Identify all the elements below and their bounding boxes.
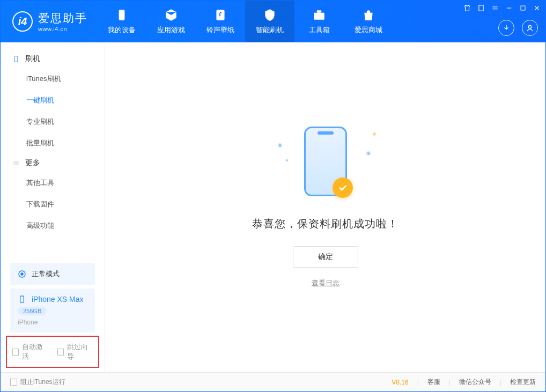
sidebar-item-itunes-flash[interactable]: iTunes刷机 bbox=[1, 68, 105, 90]
sparkle-icon bbox=[372, 132, 377, 136]
tab-my-device[interactable]: 我的设备 bbox=[97, 1, 146, 42]
group-label: 刷机 bbox=[25, 54, 40, 64]
header: i4 爱思助手 www.i4.cn 我的设备 应用游戏 铃声壁纸 智能刷机 bbox=[1, 1, 545, 42]
sidebar-item-oneclick-flash[interactable]: 一键刷机 bbox=[1, 90, 105, 111]
sidebar-bottom: 正常模式 iPhone XS Max 256GB iPhone 自动激活 bbox=[1, 260, 105, 372]
close-icon[interactable] bbox=[533, 4, 541, 12]
shield-icon bbox=[263, 8, 277, 22]
sparkle-icon bbox=[277, 143, 283, 148]
checkbox-icon bbox=[12, 349, 19, 356]
success-message: 恭喜您，保资料刷机成功啦！ bbox=[252, 217, 399, 231]
device-info-card[interactable]: iPhone XS Max 256GB iPhone bbox=[10, 289, 95, 332]
sidebar-item-advanced[interactable]: 高级功能 bbox=[1, 215, 105, 236]
checkbox-skip-guide[interactable]: 跳过向导 bbox=[57, 342, 93, 361]
nav-tabs: 我的设备 应用游戏 铃声壁纸 智能刷机 工具箱 爱思商城 bbox=[97, 1, 393, 42]
checkbox-label: 自动激活 bbox=[22, 342, 48, 361]
device-name: iPhone XS Max bbox=[32, 295, 84, 304]
sidebar-item-download-firmware[interactable]: 下载固件 bbox=[1, 194, 105, 215]
device-icon bbox=[12, 55, 20, 63]
checkbox-icon bbox=[10, 379, 17, 386]
menu-icon[interactable] bbox=[491, 4, 499, 12]
group-label: 更多 bbox=[25, 158, 40, 168]
checkbox-icon bbox=[57, 349, 64, 356]
divider: | bbox=[417, 379, 419, 386]
device-mode-card[interactable]: 正常模式 bbox=[10, 263, 95, 285]
svg-rect-3 bbox=[317, 10, 322, 12]
svg-point-9 bbox=[20, 272, 23, 275]
checkbox-block-itunes[interactable]: 阻止iTunes运行 bbox=[10, 378, 65, 387]
success-illustration bbox=[293, 127, 358, 202]
device-model: iPhone bbox=[18, 319, 38, 326]
svg-rect-7 bbox=[14, 56, 18, 62]
logo[interactable]: i4 爱思助手 www.i4.cn bbox=[1, 1, 97, 42]
user-icon[interactable] bbox=[522, 20, 538, 36]
tab-label: 铃声壁纸 bbox=[206, 25, 234, 35]
logo-text: 爱思助手 www.i4.cn bbox=[38, 11, 87, 32]
tab-label: 应用游戏 bbox=[157, 25, 185, 35]
footer: 阻止iTunes运行 V8.16 | 客服 | 微信公众号 | 检查更新 bbox=[1, 372, 545, 391]
phone-illustration-icon bbox=[304, 127, 347, 196]
wechat-link[interactable]: 微信公众号 bbox=[459, 378, 491, 387]
tab-label: 智能刷机 bbox=[256, 25, 284, 35]
shirt-icon[interactable] bbox=[463, 4, 471, 12]
list-icon bbox=[12, 159, 20, 167]
window-controls bbox=[463, 4, 541, 12]
customer-service-link[interactable]: 客服 bbox=[427, 378, 440, 387]
sparkle-icon bbox=[366, 151, 371, 156]
sparkle-icon bbox=[285, 159, 289, 162]
divider: | bbox=[500, 379, 501, 386]
check-badge-icon bbox=[333, 177, 353, 198]
tab-label: 我的设备 bbox=[108, 25, 136, 35]
brand-url: www.i4.cn bbox=[38, 26, 87, 32]
header-actions bbox=[498, 20, 538, 36]
music-icon bbox=[213, 8, 227, 22]
svg-rect-0 bbox=[119, 10, 125, 20]
cube-icon bbox=[164, 8, 178, 22]
svg-rect-10 bbox=[20, 296, 24, 302]
check-update-link[interactable]: 检查更新 bbox=[510, 378, 536, 387]
tab-store[interactable]: 爱思商城 bbox=[344, 1, 393, 42]
ok-button[interactable]: 确定 bbox=[293, 246, 358, 268]
status-icon bbox=[18, 270, 26, 278]
checkbox-label: 阻止iTunes运行 bbox=[20, 378, 65, 387]
phone-icon bbox=[115, 8, 129, 22]
toolbox-icon bbox=[312, 8, 326, 22]
sidebar-scroll: 刷机 iTunes刷机 一键刷机 专业刷机 批量刷机 更多 其他工具 下载固件 … bbox=[1, 42, 105, 260]
minimize-icon[interactable] bbox=[505, 4, 513, 12]
maximize-icon[interactable] bbox=[519, 4, 527, 12]
tab-label: 工具箱 bbox=[309, 25, 330, 35]
tab-toolbox[interactable]: 工具箱 bbox=[294, 1, 344, 42]
svg-point-6 bbox=[528, 25, 531, 28]
checkbox-auto-activate[interactable]: 自动激活 bbox=[12, 342, 48, 361]
version-label: V8.16 bbox=[392, 379, 408, 386]
sidebar-group-flash[interactable]: 刷机 bbox=[1, 50, 105, 68]
sidebar-item-batch-flash[interactable]: 批量刷机 bbox=[1, 132, 105, 154]
sidebar-group-more[interactable]: 更多 bbox=[1, 154, 105, 172]
app-window: i4 爱思助手 www.i4.cn 我的设备 应用游戏 铃声壁纸 智能刷机 bbox=[0, 0, 546, 392]
options-highlight-box: 自动激活 跳过向导 bbox=[6, 336, 99, 368]
main-content: 恭喜您，保资料刷机成功啦！ 确定 查看日志 bbox=[105, 42, 545, 372]
brand-name: 爱思助手 bbox=[38, 11, 87, 26]
logo-icon: i4 bbox=[12, 11, 33, 32]
sidebar-item-other-tools[interactable]: 其他工具 bbox=[1, 172, 105, 194]
download-icon[interactable] bbox=[498, 20, 514, 36]
svg-rect-2 bbox=[314, 13, 324, 20]
checkbox-label: 跳过向导 bbox=[67, 342, 93, 361]
tab-apps[interactable]: 应用游戏 bbox=[146, 1, 196, 42]
divider: | bbox=[449, 379, 451, 386]
note-icon[interactable] bbox=[477, 4, 485, 12]
view-log-link[interactable]: 查看日志 bbox=[312, 278, 340, 288]
bag-icon bbox=[361, 8, 375, 22]
status-label: 正常模式 bbox=[32, 269, 60, 279]
tab-smart-flash[interactable]: 智能刷机 bbox=[245, 1, 294, 42]
body: 刷机 iTunes刷机 一键刷机 专业刷机 批量刷机 更多 其他工具 下载固件 … bbox=[1, 42, 545, 372]
svg-rect-5 bbox=[521, 6, 525, 10]
tab-ringtones[interactable]: 铃声壁纸 bbox=[196, 1, 245, 42]
sidebar: 刷机 iTunes刷机 一键刷机 专业刷机 批量刷机 更多 其他工具 下载固件 … bbox=[1, 42, 105, 372]
device-capacity: 256GB bbox=[18, 307, 47, 315]
tab-label: 爱思商城 bbox=[355, 25, 382, 35]
svg-rect-1 bbox=[216, 10, 224, 20]
sidebar-item-pro-flash[interactable]: 专业刷机 bbox=[1, 111, 105, 132]
footer-right: V8.16 | 客服 | 微信公众号 | 检查更新 bbox=[392, 378, 536, 387]
phone-small-icon bbox=[18, 295, 26, 304]
